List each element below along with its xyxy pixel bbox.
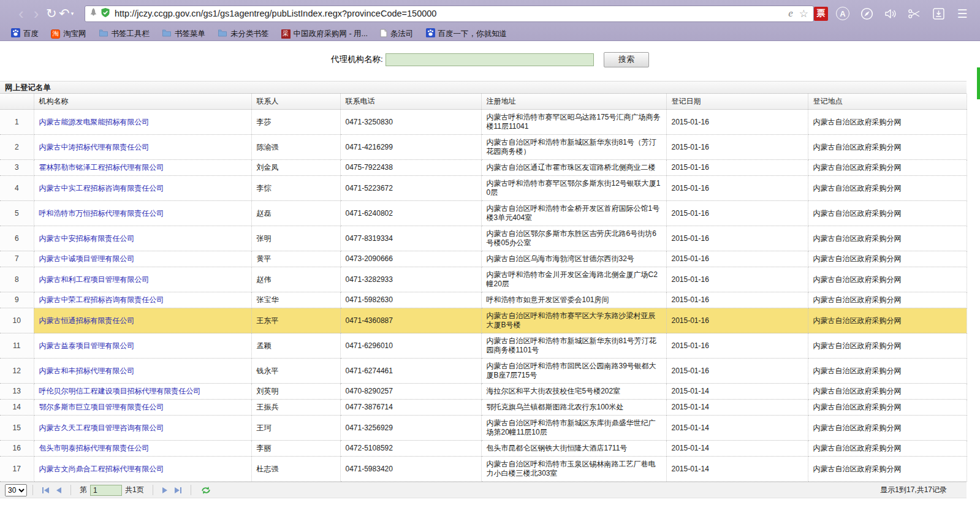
column-header[interactable]: 联系电话 [340, 94, 481, 110]
column-header[interactable]: 机构名称 [34, 94, 251, 110]
agency-link[interactable]: 内蒙古能源发电聚能招标有限公司 [39, 118, 150, 126]
table-row: 16 包头市明泰招标代理有限责任公司 李丽 0472-5108592 包头市昆都… [0, 441, 967, 457]
prev-page-button[interactable] [53, 487, 65, 493]
date-cell: 2015-01-16 [666, 292, 808, 308]
address-cell: 内蒙古自治区呼和浩特市玉泉区锡林南路工艺厂巷电力小白楼三楼北303室 [481, 457, 666, 482]
url-text[interactable]: http://jczy.ccgp.gov.cn/gs1/gs1agentreg/… [115, 9, 788, 18]
date-cell: 2015-01-16 [666, 176, 808, 201]
speaker-icon[interactable] [881, 6, 900, 21]
scissors-icon[interactable] [905, 6, 924, 21]
date-cell: 2015-01-16 [666, 333, 808, 359]
table-row: 1 内蒙古能源发电聚能招标有限公司 李莎 0471-3250830 内蒙古呼和浩… [0, 110, 967, 135]
refresh-icon[interactable]: ↻ [44, 7, 59, 20]
agency-link[interactable]: 内蒙古中诚项目管理有限公司 [39, 254, 135, 263]
bookmark-label: 中国政府采购网 - 用... [294, 29, 368, 39]
bookmark-item[interactable]: 百度 [6, 28, 44, 40]
phone-cell: 0471-4216299 [340, 135, 481, 160]
compass-icon[interactable] [857, 6, 876, 21]
agency-name-cell: 呼和浩特市万恒招标代理有限责任公司 [34, 201, 251, 226]
column-header[interactable]: 联系人 [251, 94, 340, 110]
ticket-extension-icon[interactable]: 票 [814, 7, 828, 21]
annotation-a-icon[interactable]: A [834, 6, 852, 21]
scrollbar-thumb[interactable] [977, 67, 980, 99]
agency-link[interactable]: 内蒙古中实工程招标咨询有限责任公司 [39, 184, 164, 192]
agency-name-label: 代理机构名称: [331, 54, 383, 65]
row-number: 13 [0, 384, 34, 400]
bookmark-label: 未分类书签 [230, 29, 269, 39]
agency-link[interactable]: 内蒙古中涛招标代理有限责任公司 [39, 143, 150, 151]
address-cell: 鄂托克旗乌兰镇都斯图路北农行东100米处 [481, 400, 666, 416]
agency-name-cell: 内蒙古中安招标有限责任公司 [34, 226, 251, 251]
contact-cell: 陈渝强 [251, 135, 340, 160]
agency-name-input[interactable] [386, 53, 594, 66]
first-page-button[interactable] [39, 487, 53, 493]
back-icon[interactable]: ‹ [13, 7, 29, 20]
bookmark-item[interactable]: 百度一下，你就知道 [421, 28, 512, 40]
agency-link[interactable]: 内蒙古恒通招标有限责任公司 [39, 316, 135, 325]
agency-link[interactable]: 内蒙古文尚鼎合工程招标代理有限公司 [39, 465, 164, 473]
browser-toolbar: ‹ › ↻ ↶ ▾ http://jczy.ccgp.gov.cn/gs1/gs… [0, 0, 980, 27]
page-size-select[interactable]: 30 [5, 484, 27, 496]
agency-link[interactable]: 内蒙古久天工程项目管理咨询有限公司 [39, 424, 164, 432]
agency-link[interactable]: 鄂尔多斯市巨立项目管理有限责任公司 [39, 403, 164, 411]
address-cell: 包头市昆都仑区钢铁大街恒隆大酒店1711号 [481, 441, 666, 457]
agency-link[interactable]: 内蒙古中安招标有限责任公司 [39, 234, 135, 243]
ie-compat-icon[interactable]: e [788, 7, 793, 20]
row-number: 9 [0, 292, 34, 308]
site-identity-icon[interactable] [90, 8, 97, 20]
agency-name-cell: 内蒙古文尚鼎合工程招标代理有限公司 [34, 457, 251, 482]
total-pages-label: 共1页 [125, 485, 144, 495]
folder-icon [99, 29, 108, 37]
folder-icon [218, 29, 227, 37]
bookmark-item[interactable]: 书签工具栏 [94, 28, 155, 40]
page-number-input[interactable] [90, 485, 122, 496]
agency-name-cell: 内蒙古中涛招标代理有限责任公司 [34, 135, 251, 160]
section-title: 网上登记名单 [0, 81, 967, 94]
agency-name-cell: 包头市明泰招标代理有限责任公司 [34, 441, 251, 457]
recent-history-button[interactable]: ↶ ▾ [59, 7, 78, 20]
agency-link[interactable]: 内蒙古和丰招标代理有限公司 [39, 367, 135, 375]
ccgp-site-icon: 采 [281, 29, 291, 39]
pagination-bar: 30 第 共1页 显示1到17,共17记录 [0, 482, 967, 498]
date-cell: 2015-01-16 [666, 308, 808, 333]
security-shield-icon[interactable] [101, 7, 110, 20]
agency-link[interactable]: 霍林郭勒市铭泽工程招标代理有限公司 [39, 163, 164, 172]
date-cell: 2015-01-16 [666, 160, 808, 176]
phone-cell: 0470-8290257 [340, 384, 481, 400]
place-cell: 内蒙古自治区政府采购分网 [808, 416, 967, 441]
menu-icon[interactable]: ☰ [953, 6, 971, 21]
bookmark-item[interactable]: 未分类书签 [213, 28, 274, 40]
bookmark-star-icon[interactable]: ☆ [799, 7, 808, 20]
phone-cell: 0471-5223672 [340, 176, 481, 201]
bookmark-label: 百度一下，你就知道 [438, 29, 507, 39]
circle-a-glyph: A [836, 7, 849, 20]
agency-link[interactable]: 呼伦贝尔明信工程建设项目招标代理有限责任公司 [39, 387, 201, 395]
column-header[interactable]: 注册地址 [481, 94, 666, 110]
place-cell: 内蒙古自治区政府采购分网 [808, 457, 967, 482]
forward-icon[interactable]: › [29, 7, 44, 20]
agency-link[interactable]: 内蒙古中荣工程招标咨询有限责任公司 [39, 295, 164, 304]
agency-link[interactable]: 呼和浩特市万恒招标代理有限责任公司 [39, 209, 164, 218]
row-number: 6 [0, 226, 34, 251]
phone-cell: 0477-8319334 [340, 226, 481, 251]
row-number: 4 [0, 176, 34, 201]
column-header[interactable]: 登记日期 [666, 94, 808, 110]
bookmark-item[interactable]: 书签菜单 [157, 28, 210, 40]
agency-link[interactable]: 内蒙古益泰项目管理有限公司 [39, 341, 135, 350]
search-button[interactable]: 搜索 [604, 52, 649, 67]
next-page-button[interactable] [159, 487, 171, 493]
place-cell: 内蒙古自治区政府采购分网 [808, 333, 967, 359]
agency-link[interactable]: 包头市明泰招标代理有限责任公司 [39, 444, 150, 452]
bookmark-item[interactable]: 淘淘宝网 [46, 28, 91, 40]
bookmark-label: 淘宝网 [63, 29, 86, 39]
download-icon[interactable] [929, 6, 948, 21]
bookmark-item[interactable]: 采中国政府采购网 - 用... [276, 28, 373, 40]
agency-link[interactable]: 内蒙古和利工程项目管理有限公司 [39, 275, 150, 284]
column-header[interactable]: 登记地点 [808, 94, 967, 110]
reload-grid-icon[interactable] [197, 485, 215, 495]
bookmark-item[interactable]: 条法司 [375, 28, 419, 40]
url-bar[interactable]: http://jczy.ccgp.gov.cn/gs1/gs1agentreg/… [85, 6, 814, 22]
last-page-button[interactable] [171, 487, 185, 493]
date-cell: 2015-01-16 [666, 359, 808, 384]
registration-table: 机构名称联系人联系电话注册地址登记日期登记地点 1 内蒙古能源发电聚能招标有限公… [0, 94, 967, 482]
